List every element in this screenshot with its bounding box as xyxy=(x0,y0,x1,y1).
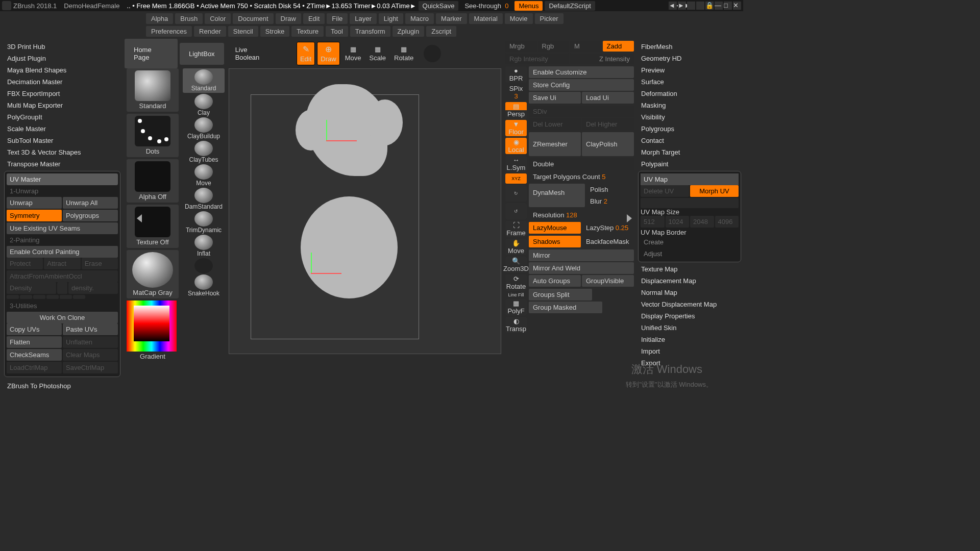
brush-standard[interactable]: Standard xyxy=(183,68,225,93)
z-intensity[interactable]: Z Intensity xyxy=(570,54,634,64)
menu-layer[interactable]: Layer xyxy=(350,13,377,24)
undo-icon[interactable]: ↺ xyxy=(505,203,527,219)
arrows-icon[interactable]: ◄◄ xyxy=(669,2,677,10)
gradient-label[interactable]: Gradient xyxy=(127,352,179,361)
stroke-tile[interactable]: Dots xyxy=(127,114,179,157)
plugin-scalemaster[interactable]: Scale Master xyxy=(4,123,120,135)
collapse-right-icon[interactable] xyxy=(627,214,632,222)
menu-file[interactable]: File xyxy=(327,13,348,24)
claypolish[interactable]: ClayPolish xyxy=(582,132,634,156)
p-contact[interactable]: Contact xyxy=(638,135,741,146)
m[interactable]: M xyxy=(570,41,602,52)
paste-uvs[interactable]: Paste UVs xyxy=(63,323,118,335)
menu-transform[interactable]: Transform xyxy=(350,26,390,37)
s1024[interactable]: 1024 xyxy=(666,216,690,228)
close-icon[interactable]: ✕ xyxy=(733,2,741,10)
save[interactable]: SaveCtrlMap xyxy=(63,362,118,373)
p-polypaint[interactable]: Polypaint xyxy=(638,158,741,170)
lazymouse[interactable]: LazyMouse xyxy=(529,222,581,234)
dock-icon[interactable] xyxy=(687,2,695,10)
p-displayprops[interactable]: Display Properties xyxy=(638,310,741,322)
d-btn[interactable] xyxy=(60,295,72,299)
scale-mode[interactable]: ▦Scale xyxy=(366,43,389,64)
uv-slider[interactable] xyxy=(641,198,739,208)
delete-uv[interactable]: Delete UV xyxy=(641,185,689,197)
menus-button[interactable]: Menus xyxy=(514,1,543,11)
s2048[interactable]: 2048 xyxy=(690,216,714,228)
brush-move[interactable]: Move xyxy=(183,164,225,187)
brush-tile[interactable]: Standard xyxy=(127,68,179,112)
menu-stroke[interactable]: Stroke xyxy=(260,26,290,37)
home-page-button[interactable]: Home Page xyxy=(125,39,178,68)
menu-zplugin[interactable]: Zplugin xyxy=(393,26,425,37)
p-initialize[interactable]: Initialize xyxy=(638,334,741,345)
erase-button[interactable]: Erase xyxy=(82,258,118,269)
attract-ambient[interactable]: AttractFromAmbientOccl xyxy=(7,270,118,282)
copy-uvs[interactable]: Copy UVs xyxy=(7,323,62,335)
symmetry-button[interactable]: Symmetry xyxy=(7,210,62,221)
brush-snakehook[interactable]: SnakeHook xyxy=(183,274,225,297)
menu-draw[interactable]: Draw xyxy=(276,13,301,24)
s4096[interactable]: 4096 xyxy=(715,216,739,228)
gyro-icon[interactable] xyxy=(424,45,441,62)
p-texturemap[interactable]: Texture Map xyxy=(638,263,741,275)
plugin-polygroupit[interactable]: PolyGroupIt xyxy=(4,111,120,123)
protect-button[interactable]: Protect xyxy=(7,258,43,269)
rotate-mode[interactable]: ▦Rotate xyxy=(391,43,416,64)
collapse-left-icon[interactable] xyxy=(137,214,142,222)
menu-marker[interactable]: Marker xyxy=(436,13,467,24)
enable-control-painting[interactable]: Enable Control Painting xyxy=(7,246,118,258)
minimize-icon[interactable]: — xyxy=(715,2,723,10)
local-button[interactable]: ◉Local xyxy=(505,138,527,154)
p-preview[interactable]: Preview xyxy=(638,64,741,76)
blur[interactable]: Blur 2 xyxy=(586,195,634,207)
plugin-uvmaster[interactable]: UV Master xyxy=(7,173,118,185)
plugin-zbps[interactable]: ZBrush To Photoshop xyxy=(4,380,120,392)
p-morphtarget[interactable]: Morph Target xyxy=(638,146,741,158)
double[interactable]: Double xyxy=(529,158,634,170)
resolution[interactable]: Resolution 128 xyxy=(529,209,634,221)
menu-render[interactable]: Render xyxy=(194,26,226,37)
use-existing-seams[interactable]: Use Existing UV Seams xyxy=(7,222,118,234)
rgb-intensity[interactable]: Rgb Intensity xyxy=(505,54,569,64)
menu-brush[interactable]: Brush xyxy=(175,13,203,24)
checkseams-button[interactable]: CheckSeams xyxy=(7,349,62,361)
clearmaps-button[interactable]: Clear Maps xyxy=(63,349,118,361)
lock-icon[interactable]: 🔒 xyxy=(705,2,714,10)
dock-icon[interactable] xyxy=(696,2,704,10)
unflatten-button[interactable]: Unflatten xyxy=(63,336,118,348)
p-deformation[interactable]: Deformation xyxy=(638,88,741,99)
p-fibermesh[interactable]: FiberMesh xyxy=(638,41,741,53)
mirror[interactable]: Mirror xyxy=(529,249,634,261)
enable-customize[interactable]: Enable Customize xyxy=(529,66,634,78)
brush-inflat[interactable]: Inflat xyxy=(183,235,225,257)
density-check[interactable] xyxy=(57,282,67,294)
bpr-button[interactable]: ●BPR xyxy=(505,66,527,83)
p-masking[interactable]: Masking xyxy=(638,99,741,111)
material-tile[interactable]: MatCap Gray xyxy=(127,250,179,298)
morph-uv[interactable]: Morph UV xyxy=(690,185,739,197)
plugin-fbx[interactable]: FBX ExportImport xyxy=(4,88,120,99)
work-on-clone[interactable]: Work On Clone xyxy=(7,312,118,323)
brush-empty[interactable] xyxy=(183,258,225,273)
alpha-tile[interactable]: Alpha Off xyxy=(127,159,179,203)
lazystep[interactable]: LazyStep 0.25 xyxy=(582,222,634,234)
zremesher[interactable]: ZRemesher xyxy=(529,132,581,156)
group-masked[interactable]: Group Masked xyxy=(529,302,602,313)
menu-picker[interactable]: Picker xyxy=(535,13,564,24)
brush-claybuildup[interactable]: ClayBuildup xyxy=(183,117,225,140)
brush-trimdynamic[interactable]: TrimDynamic xyxy=(183,211,225,234)
p-surface[interactable]: Surface xyxy=(638,76,741,88)
menu-texture[interactable]: Texture xyxy=(291,26,324,37)
xyz-button[interactable]: XYZ xyxy=(505,173,527,184)
save-ui[interactable]: Save Ui xyxy=(529,92,581,104)
load-ui[interactable]: Load Ui xyxy=(582,92,634,104)
unwrap-all-button[interactable]: Unwrap All xyxy=(63,197,118,209)
p-geometryhd[interactable]: Geometry HD xyxy=(638,53,741,64)
attract-button[interactable]: Attract xyxy=(44,258,80,269)
spix[interactable]: SPix3 xyxy=(505,84,527,101)
menu-document[interactable]: Document xyxy=(233,13,273,24)
default-zscript[interactable]: DefaultZScript xyxy=(545,1,595,11)
menu-color[interactable]: Color xyxy=(205,13,231,24)
p-visibility[interactable]: Visibility xyxy=(638,111,741,123)
